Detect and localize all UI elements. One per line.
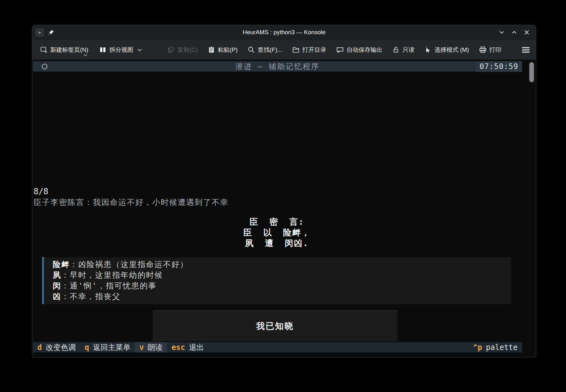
poem-line: 臣 以 险衅， [32, 227, 521, 238]
select-mode-button[interactable]: 选择模式 (M) [424, 46, 469, 54]
toolbar: 新建标签页(N) 拆分视图 复制(C) 粘贴(P) [32, 40, 536, 60]
new-tab-label: 新建标签页(N) [50, 46, 88, 54]
key-hint-palette[interactable]: ^p palette [469, 342, 522, 352]
poem-line: 夙 遭 闵凶. [32, 238, 521, 249]
acknowledge-button[interactable]: 我已知晓 [153, 310, 397, 341]
key-hint-bar: d 改变色调 q 返回主菜单 v 朗读 esc 退出 ^p palette [33, 342, 522, 352]
split-view-icon [99, 46, 106, 53]
print-button[interactable]: 打印 [479, 46, 501, 54]
annotation-row: 凶：不幸，指丧父 [53, 291, 511, 302]
lock-open-icon [392, 46, 400, 53]
split-view-label: 拆分视图 [109, 46, 133, 54]
find-button[interactable]: 查找(F)... [248, 46, 282, 54]
hamburger-menu-icon[interactable] [521, 46, 530, 53]
chevron-down-icon[interactable] [137, 48, 142, 51]
annotation-row: 夙：早时，这里指年幼的时候 [53, 270, 511, 281]
select-mode-label: 选择模式 (M) [434, 46, 469, 54]
annotation-row: 闵：通'悯'，指可忧患的事 [53, 281, 511, 291]
auto-save-output-button[interactable]: 自动保存输出 [336, 46, 382, 54]
terminal-tab-icon[interactable]: > [35, 28, 44, 36]
annotation-row: 险衅：凶险祸患（这里指命运不好） [53, 259, 511, 270]
annotation-panel: 险衅：凶险祸患（这里指命运不好） 夙：早时，这里指年幼的时候 闵：通'悯'，指可… [42, 257, 511, 304]
open-directory-button[interactable]: 打开目录 [292, 46, 326, 54]
copy-icon [167, 46, 175, 53]
split-view-button[interactable]: 拆分视图 [99, 46, 142, 54]
spinner-circle-icon [42, 64, 47, 69]
key-hint-exit[interactable]: esc 退出 [167, 342, 208, 352]
open-directory-label: 打开目录 [302, 46, 326, 54]
copy-button: 复制(C) [167, 46, 197, 54]
find-label: 查找(F)... [258, 46, 282, 54]
progress-counter: 8/8 [34, 187, 48, 196]
chevron-down-icon[interactable] [83, 51, 88, 58]
new-tab-icon [40, 46, 47, 53]
key-hint-read-aloud[interactable]: v 朗读 [135, 342, 167, 352]
read-only-label: 只读 [402, 46, 414, 54]
auto-save-icon [336, 46, 344, 53]
poem-line: 臣 密 言: [32, 217, 521, 227]
maximize-button[interactable] [510, 28, 518, 36]
new-tab-button[interactable]: 新建标签页(N) [40, 46, 88, 54]
key-hint-main-menu[interactable]: q 返回主菜单 [80, 342, 135, 352]
folder-icon [292, 46, 299, 53]
pin-icon [48, 29, 54, 35]
read-only-button[interactable]: 只读 [392, 46, 414, 54]
scrollbar-thumb[interactable] [529, 62, 534, 82]
search-icon [248, 46, 255, 53]
key-hint-change-theme[interactable]: d 改变色调 [33, 342, 80, 352]
close-button[interactable] [523, 28, 531, 36]
translation-line: 臣子李密陈言：我因命运不好，小时候遭遇到了不幸 [34, 197, 229, 207]
printer-icon [479, 46, 487, 53]
tui-title: 潜进 – 辅助记忆程序 [33, 62, 522, 72]
minimize-button[interactable] [498, 28, 506, 36]
terminal-area[interactable]: 潜进 – 辅助记忆程序 07:50:59 8/8 臣子李密陈言：我因命运不好，小… [32, 60, 536, 357]
window-title: HeurAMS : python3 — Konsole [32, 29, 536, 36]
select-mode-icon [424, 46, 432, 53]
paste-button[interactable]: 粘贴(P) [208, 46, 238, 54]
copy-label: 复制(C) [177, 46, 197, 54]
auto-save-output-label: 自动保存输出 [347, 46, 382, 54]
print-label: 打印 [489, 46, 501, 54]
paste-icon [208, 46, 215, 53]
clock: 07:50:59 [476, 61, 522, 72]
tui-header: 潜进 – 辅助记忆程序 07:50:59 [33, 61, 522, 72]
title-bar[interactable]: > HeurAMS : python3 — Konsole [32, 25, 536, 40]
poem-block: 臣 密 言: 臣 以 险衅， 夙 遭 闵凶. [32, 217, 521, 249]
paste-label: 粘贴(P) [218, 46, 238, 54]
konsole-window: > HeurAMS : python3 — Konsole 新建标签页(N) [32, 25, 536, 357]
